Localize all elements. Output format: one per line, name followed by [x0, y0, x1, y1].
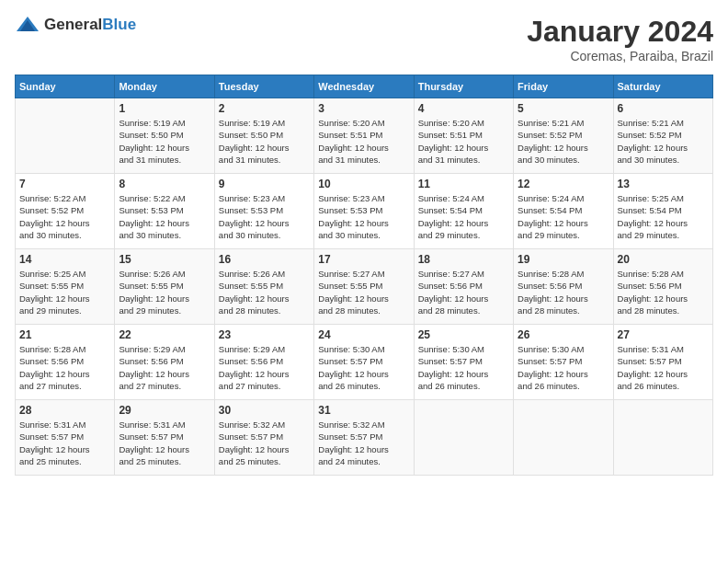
- calendar-table: SundayMondayTuesdayWednesdayThursdayFrid…: [15, 75, 713, 476]
- calendar-week-row: 28Sunrise: 5:31 AM Sunset: 5:57 PM Dayli…: [16, 400, 713, 476]
- calendar-cell: 29Sunrise: 5:31 AM Sunset: 5:57 PM Dayli…: [115, 400, 214, 476]
- calendar-title: January 2024: [527, 15, 713, 49]
- calendar-location: Coremas, Paraiba, Brazil: [527, 49, 713, 63]
- day-info: Sunrise: 5:24 AM Sunset: 5:54 PM Dayligh…: [518, 192, 609, 241]
- calendar-cell: 6Sunrise: 5:21 AM Sunset: 5:52 PM Daylig…: [613, 98, 712, 174]
- calendar-cell: 3Sunrise: 5:20 AM Sunset: 5:51 PM Daylig…: [314, 98, 414, 174]
- day-info: Sunrise: 5:30 AM Sunset: 5:57 PM Dayligh…: [318, 343, 409, 392]
- calendar-cell: 13Sunrise: 5:25 AM Sunset: 5:54 PM Dayli…: [613, 174, 712, 249]
- day-info: Sunrise: 5:20 AM Sunset: 5:51 PM Dayligh…: [318, 117, 409, 166]
- day-info: Sunrise: 5:29 AM Sunset: 5:56 PM Dayligh…: [219, 343, 310, 392]
- day-number: 6: [618, 102, 709, 115]
- day-info: Sunrise: 5:24 AM Sunset: 5:54 PM Dayligh…: [418, 192, 509, 241]
- day-info: Sunrise: 5:29 AM Sunset: 5:56 PM Dayligh…: [119, 343, 210, 392]
- day-number: 28: [19, 404, 110, 417]
- day-info: Sunrise: 5:21 AM Sunset: 5:52 PM Dayligh…: [618, 117, 709, 166]
- day-number: 2: [219, 102, 310, 115]
- calendar-cell: [414, 400, 513, 476]
- day-number: 5: [518, 102, 609, 115]
- day-number: 29: [119, 404, 210, 417]
- calendar-cell: 11Sunrise: 5:24 AM Sunset: 5:54 PM Dayli…: [414, 174, 513, 249]
- calendar-cell: 10Sunrise: 5:23 AM Sunset: 5:53 PM Dayli…: [314, 174, 414, 249]
- day-number: 7: [19, 178, 110, 190]
- day-number: 8: [119, 178, 210, 190]
- page-header: GeneralBlue January 2024 Coremas, Paraib…: [15, 15, 713, 63]
- calendar-cell: 27Sunrise: 5:31 AM Sunset: 5:57 PM Dayli…: [613, 325, 712, 400]
- day-number: 18: [418, 253, 509, 266]
- day-number: 11: [418, 178, 509, 190]
- calendar-cell: 1Sunrise: 5:19 AM Sunset: 5:50 PM Daylig…: [115, 98, 214, 174]
- calendar-cell: 18Sunrise: 5:27 AM Sunset: 5:56 PM Dayli…: [414, 249, 513, 325]
- calendar-cell: 7Sunrise: 5:22 AM Sunset: 5:52 PM Daylig…: [16, 174, 115, 249]
- calendar-cell: 2Sunrise: 5:19 AM Sunset: 5:50 PM Daylig…: [214, 98, 313, 174]
- day-info: Sunrise: 5:26 AM Sunset: 5:55 PM Dayligh…: [119, 268, 210, 316]
- day-number: 22: [119, 328, 210, 341]
- calendar-cell: [514, 400, 613, 476]
- column-header-sunday: Sunday: [16, 75, 115, 98]
- day-number: 15: [119, 253, 210, 266]
- title-block: January 2024 Coremas, Paraiba, Brazil: [527, 15, 713, 63]
- calendar-cell: 24Sunrise: 5:30 AM Sunset: 5:57 PM Dayli…: [314, 325, 414, 400]
- day-number: 9: [219, 178, 310, 190]
- day-number: 12: [518, 178, 609, 190]
- day-number: 1: [119, 102, 210, 115]
- calendar-cell: 15Sunrise: 5:26 AM Sunset: 5:55 PM Dayli…: [115, 249, 214, 325]
- day-number: 19: [518, 253, 609, 266]
- day-info: Sunrise: 5:27 AM Sunset: 5:55 PM Dayligh…: [318, 268, 409, 316]
- day-info: Sunrise: 5:23 AM Sunset: 5:53 PM Dayligh…: [219, 192, 310, 241]
- logo-blue: Blue: [102, 16, 136, 33]
- calendar-cell: 4Sunrise: 5:20 AM Sunset: 5:51 PM Daylig…: [414, 98, 513, 174]
- day-info: Sunrise: 5:22 AM Sunset: 5:53 PM Dayligh…: [119, 192, 210, 241]
- day-info: Sunrise: 5:27 AM Sunset: 5:56 PM Dayligh…: [418, 268, 509, 316]
- calendar-cell: 12Sunrise: 5:24 AM Sunset: 5:54 PM Dayli…: [514, 174, 613, 249]
- day-info: Sunrise: 5:28 AM Sunset: 5:56 PM Dayligh…: [19, 343, 110, 392]
- calendar-cell: 17Sunrise: 5:27 AM Sunset: 5:55 PM Dayli…: [314, 249, 414, 325]
- day-info: Sunrise: 5:26 AM Sunset: 5:55 PM Dayligh…: [219, 268, 310, 316]
- calendar-cell: 23Sunrise: 5:29 AM Sunset: 5:56 PM Dayli…: [214, 325, 313, 400]
- column-header-saturday: Saturday: [613, 75, 712, 98]
- day-number: 16: [219, 253, 310, 266]
- column-header-thursday: Thursday: [414, 75, 513, 98]
- calendar-cell: 20Sunrise: 5:28 AM Sunset: 5:56 PM Dayli…: [613, 249, 712, 325]
- day-number: 14: [19, 253, 110, 266]
- day-number: 17: [318, 253, 409, 266]
- column-header-friday: Friday: [514, 75, 613, 98]
- day-info: Sunrise: 5:22 AM Sunset: 5:52 PM Dayligh…: [19, 192, 110, 241]
- calendar-cell: 5Sunrise: 5:21 AM Sunset: 5:52 PM Daylig…: [514, 98, 613, 174]
- day-info: Sunrise: 5:31 AM Sunset: 5:57 PM Dayligh…: [618, 343, 709, 392]
- day-info: Sunrise: 5:21 AM Sunset: 5:52 PM Dayligh…: [518, 117, 609, 166]
- day-info: Sunrise: 5:31 AM Sunset: 5:57 PM Dayligh…: [19, 419, 110, 467]
- day-info: Sunrise: 5:31 AM Sunset: 5:57 PM Dayligh…: [119, 419, 210, 467]
- column-header-monday: Monday: [115, 75, 214, 98]
- column-header-wednesday: Wednesday: [314, 75, 414, 98]
- day-info: Sunrise: 5:28 AM Sunset: 5:56 PM Dayligh…: [618, 268, 709, 316]
- calendar-cell: 22Sunrise: 5:29 AM Sunset: 5:56 PM Dayli…: [115, 325, 214, 400]
- calendar-week-row: 14Sunrise: 5:25 AM Sunset: 5:55 PM Dayli…: [16, 249, 713, 325]
- logo-general: General: [44, 16, 102, 33]
- day-number: 31: [318, 404, 409, 417]
- day-info: Sunrise: 5:20 AM Sunset: 5:51 PM Dayligh…: [418, 117, 509, 166]
- calendar-cell: 8Sunrise: 5:22 AM Sunset: 5:53 PM Daylig…: [115, 174, 214, 249]
- day-number: 27: [618, 328, 709, 341]
- day-info: Sunrise: 5:19 AM Sunset: 5:50 PM Dayligh…: [219, 117, 310, 166]
- day-number: 3: [318, 102, 409, 115]
- day-info: Sunrise: 5:30 AM Sunset: 5:57 PM Dayligh…: [418, 343, 509, 392]
- calendar-week-row: 7Sunrise: 5:22 AM Sunset: 5:52 PM Daylig…: [16, 174, 713, 249]
- calendar-week-row: 21Sunrise: 5:28 AM Sunset: 5:56 PM Dayli…: [16, 325, 713, 400]
- calendar-cell: 16Sunrise: 5:26 AM Sunset: 5:55 PM Dayli…: [214, 249, 313, 325]
- day-info: Sunrise: 5:32 AM Sunset: 5:57 PM Dayligh…: [219, 419, 310, 467]
- day-number: 30: [219, 404, 310, 417]
- calendar-cell: 28Sunrise: 5:31 AM Sunset: 5:57 PM Dayli…: [16, 400, 115, 476]
- day-info: Sunrise: 5:19 AM Sunset: 5:50 PM Dayligh…: [119, 117, 210, 166]
- day-info: Sunrise: 5:25 AM Sunset: 5:54 PM Dayligh…: [618, 192, 709, 241]
- calendar-cell: 30Sunrise: 5:32 AM Sunset: 5:57 PM Dayli…: [214, 400, 313, 476]
- calendar-cell: 21Sunrise: 5:28 AM Sunset: 5:56 PM Dayli…: [16, 325, 115, 400]
- day-number: 25: [418, 328, 509, 341]
- calendar-cell: 31Sunrise: 5:32 AM Sunset: 5:57 PM Dayli…: [314, 400, 414, 476]
- day-number: 13: [618, 178, 709, 190]
- logo: GeneralBlue: [15, 15, 136, 35]
- day-info: Sunrise: 5:30 AM Sunset: 5:57 PM Dayligh…: [518, 343, 609, 392]
- column-header-tuesday: Tuesday: [214, 75, 313, 98]
- calendar-cell: 26Sunrise: 5:30 AM Sunset: 5:57 PM Dayli…: [514, 325, 613, 400]
- calendar-cell: [613, 400, 712, 476]
